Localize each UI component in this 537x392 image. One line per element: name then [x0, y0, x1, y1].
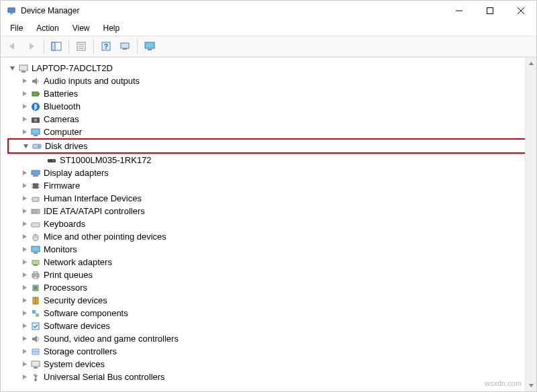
chevron-right-icon[interactable] [19, 322, 29, 331]
tree-item-batteries[interactable]: Batteries [7, 87, 534, 100]
show-hide-console-tree-button[interactable] [48, 39, 64, 54]
svg-rect-65 [32, 361, 40, 366]
svg-point-46 [37, 224, 38, 225]
tree-item-software-devices[interactable]: Software devices [7, 320, 534, 332]
chevron-right-icon[interactable] [19, 128, 29, 137]
chevron-right-icon[interactable] [19, 347, 29, 356]
tree-item-disk-child[interactable]: ST1000LM035-1RK172 [7, 154, 534, 166]
sound-icon [30, 334, 41, 344]
chevron-right-icon[interactable] [19, 194, 29, 203]
svg-rect-51 [32, 260, 39, 264]
tree-item-label: Disk drives [45, 140, 88, 152]
maximize-button[interactable] [475, 1, 505, 21]
chevron-right-icon[interactable] [19, 232, 29, 242]
menu-file[interactable]: File [5, 22, 28, 34]
tree-item-sound[interactable]: Sound, video and game controllers [7, 332, 534, 345]
tree-item-disk-drives[interactable]: Disk drives [9, 140, 532, 152]
chevron-right-icon[interactable] [19, 373, 29, 382]
svg-rect-57 [34, 287, 37, 289]
chevron-right-icon[interactable] [19, 334, 29, 344]
scan-hardware-button[interactable] [117, 39, 133, 54]
svg-rect-29 [48, 159, 56, 162]
chevron-right-icon[interactable] [19, 245, 29, 254]
tree-item-usb[interactable]: Universal Serial Bus controllers [7, 371, 534, 383]
svg-rect-19 [21, 71, 26, 72]
monitor-button[interactable] [142, 39, 158, 54]
tree-item-monitors[interactable]: Monitors [7, 243, 534, 256]
tree-item-storage[interactable]: Storage controllers [7, 345, 534, 358]
back-button[interactable] [5, 39, 21, 54]
svg-rect-60 [32, 310, 36, 313]
display-adapter-icon [30, 168, 41, 179]
tree-root-label: LAPTOP-7ADCLT2D [32, 62, 113, 75]
menu-action[interactable]: Action [31, 22, 64, 34]
tree-item-processors[interactable]: Processors [7, 281, 534, 294]
chevron-right-icon[interactable] [19, 296, 29, 305]
chevron-right-icon[interactable] [19, 181, 29, 191]
scroll-up-button[interactable] [526, 58, 536, 69]
tree-item-cameras[interactable]: Cameras [7, 113, 534, 126]
svg-rect-18 [19, 65, 28, 70]
tree-item-mice[interactable]: Mice and other pointing devices [7, 230, 534, 243]
chevron-right-icon[interactable] [19, 115, 29, 124]
help-button[interactable]: ? [98, 39, 114, 54]
tree-root[interactable]: LAPTOP-7ADCLT2D [7, 62, 534, 75]
svg-line-5 [518, 7, 524, 14]
chevron-right-icon[interactable] [19, 271, 29, 280]
tree-item-firmware[interactable]: Firmware [7, 179, 534, 192]
tree-item-keyboards[interactable]: Keyboards [7, 217, 534, 230]
svg-point-30 [53, 160, 54, 161]
tree-item-system[interactable]: System devices [7, 358, 534, 371]
chevron-right-icon[interactable] [19, 309, 29, 318]
chevron-right-icon[interactable] [19, 168, 29, 178]
tree-item-computer[interactable]: Computer [7, 126, 534, 138]
highlighted-disk-drives: Disk drives [7, 138, 534, 154]
content-area: LAPTOP-7ADCLT2D Audio inputs and outputs… [1, 57, 536, 391]
storage-icon [30, 346, 41, 357]
chevron-right-icon[interactable] [19, 283, 29, 293]
minimize-button[interactable] [444, 1, 475, 21]
properties-button[interactable] [73, 39, 89, 54]
chevron-right-icon[interactable] [19, 89, 29, 99]
window-title: Device Manager [21, 6, 79, 15]
svg-rect-49 [32, 246, 40, 252]
menubar: File Action View Help [1, 21, 536, 36]
tree-item-display[interactable]: Display adapters [7, 166, 534, 179]
close-button[interactable] [505, 1, 536, 21]
tree-item-security[interactable]: Security devices [7, 294, 534, 307]
tree-item-ide[interactable]: IDE ATA/ATAPI controllers [7, 205, 534, 217]
svg-rect-61 [36, 313, 39, 317]
chevron-down-icon[interactable] [7, 64, 17, 73]
tree-item-label: Software components [44, 307, 128, 320]
chevron-right-icon[interactable] [19, 102, 29, 111]
toolbar: ? [1, 36, 536, 57]
chevron-right-icon[interactable] [19, 360, 29, 369]
tree-item-network[interactable]: Network adapters [7, 256, 534, 268]
scroll-track[interactable] [526, 69, 536, 380]
vertical-scrollbar[interactable] [525, 58, 536, 391]
svg-rect-16 [145, 42, 154, 48]
app-icon [6, 5, 17, 16]
chevron-down-icon[interactable] [21, 142, 30, 151]
disk-icon [32, 141, 42, 152]
chevron-right-icon[interactable] [19, 207, 29, 216]
chevron-right-icon[interactable] [19, 258, 29, 267]
tree-item-label: Software devices [44, 320, 110, 332]
forward-button[interactable] [23, 39, 40, 54]
tree-item-software-components[interactable]: Software components [7, 307, 534, 320]
ide-icon [30, 206, 41, 217]
tree-item-hid[interactable]: Human Interface Devices [7, 192, 534, 205]
tree-item-bluetooth[interactable]: Bluetooth [7, 100, 534, 113]
scroll-down-button[interactable] [526, 380, 536, 391]
tree-item-audio[interactable]: Audio inputs and outputs [7, 75, 534, 87]
menu-view[interactable]: View [67, 22, 95, 34]
hdd-icon [46, 155, 57, 166]
svg-rect-33 [33, 183, 38, 189]
chevron-right-icon[interactable] [19, 219, 29, 229]
menu-help[interactable]: Help [98, 22, 126, 34]
tree-item-label: Firmware [44, 179, 80, 192]
security-icon [30, 295, 41, 306]
tree-item-print-queues[interactable]: Print queues [7, 268, 534, 281]
chevron-right-icon[interactable] [19, 77, 29, 86]
mouse-icon [30, 232, 41, 242]
